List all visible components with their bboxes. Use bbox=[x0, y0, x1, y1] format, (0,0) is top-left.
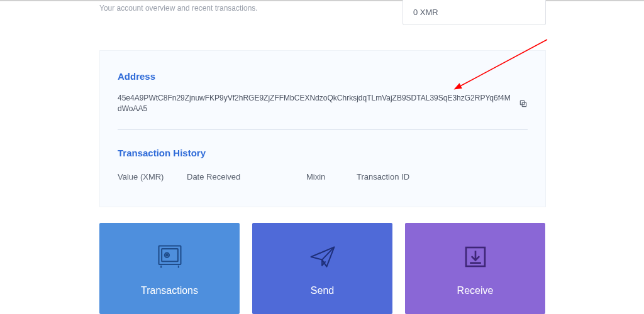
address-title: Address bbox=[118, 71, 528, 82]
transactions-label: Transactions bbox=[141, 285, 198, 296]
top-divider bbox=[0, 0, 644, 1]
download-icon bbox=[460, 241, 491, 273]
action-row: Transactions Send Receive bbox=[99, 223, 545, 314]
history-columns: Value (XMR) Date Received Mixin Transact… bbox=[118, 172, 528, 181]
divider bbox=[118, 129, 528, 130]
history-title: Transaction History bbox=[118, 148, 528, 158]
col-txid: Transaction ID bbox=[357, 172, 528, 181]
col-date: Date Received bbox=[187, 172, 306, 181]
overview-panel: Address 45e4A9PWtC8Fn29ZjnuwFKP9yVf2hRGE… bbox=[99, 50, 546, 207]
safe-icon bbox=[154, 241, 186, 273]
receive-label: Receive bbox=[457, 285, 494, 296]
svg-point-5 bbox=[166, 254, 168, 256]
balance-box: 0 XMR bbox=[402, 0, 546, 25]
send-label: Send bbox=[311, 285, 334, 296]
col-value: Value (XMR) bbox=[118, 172, 187, 181]
balance-value: 0 XMR bbox=[413, 8, 438, 17]
col-mixin: Mixin bbox=[306, 172, 357, 181]
address-line: 45e4A9PWtC8Fn29ZjnuwFKP9yVf2hRGE9ZjZFFMb… bbox=[118, 93, 528, 114]
address-value: 45e4A9PWtC8Fn29ZjnuwFKP9yVf2hRGE9ZjZFFMb… bbox=[118, 93, 514, 114]
paper-plane-icon bbox=[307, 241, 338, 273]
page-subtitle: Your account overview and recent transac… bbox=[99, 4, 258, 13]
send-card[interactable]: Send bbox=[252, 223, 392, 314]
copy-icon[interactable] bbox=[519, 99, 528, 108]
transactions-card[interactable]: Transactions bbox=[99, 223, 240, 314]
receive-card[interactable]: Receive bbox=[405, 223, 545, 314]
